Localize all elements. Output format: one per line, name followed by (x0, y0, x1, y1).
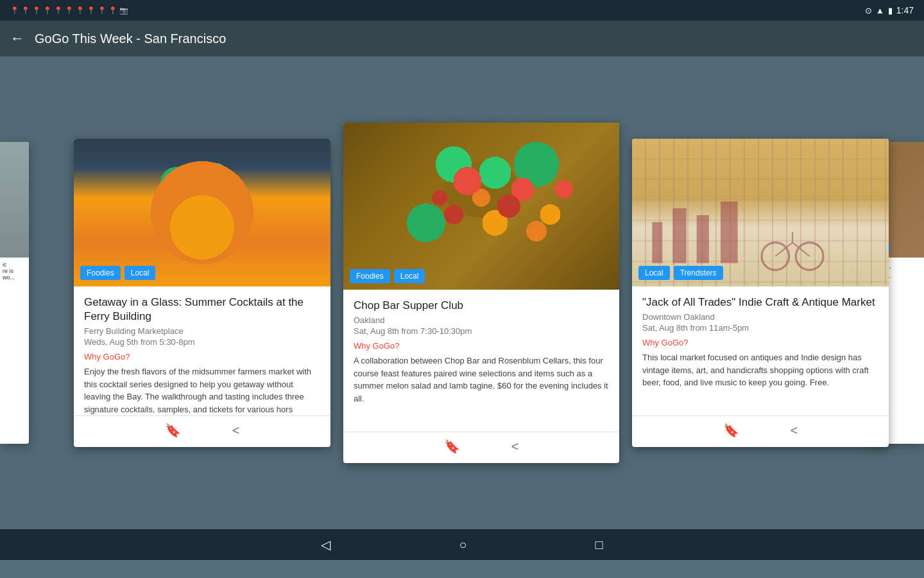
left-card-date: Weds, Aug 5th from 5:30-8pm (84, 337, 320, 347)
left-card-tags: Foodies Local (80, 266, 155, 280)
recent-nav-button[interactable]: □ (595, 538, 603, 552)
map-pin-icon: 📍 (10, 6, 19, 15)
left-card-actions: 🔖 < (74, 416, 330, 447)
map-pin-icon: 📍 (87, 6, 96, 15)
right-card-actions: 🔖 < (632, 416, 889, 447)
local-tag[interactable]: Local (124, 266, 156, 280)
time-display: 1:47 (896, 5, 914, 15)
map-pin-icon: 📍 (65, 6, 74, 15)
app-bar: ← GoGo This Week - San Francisco (0, 21, 924, 57)
right-card-description: This local market focused on antiques an… (642, 351, 878, 389)
center-local-tag[interactable]: Local (394, 269, 425, 283)
right-local-tag[interactable]: Local (638, 266, 670, 280)
battery-icon: ▮ (888, 6, 893, 15)
foodies-tag[interactable]: Foodies (80, 266, 121, 280)
center-foodies-tag[interactable]: Foodies (350, 269, 390, 283)
center-bookmark-icon[interactable]: 🔖 (444, 439, 460, 454)
status-icons: ⊙ ▲ ▮ 1:47 (865, 5, 914, 15)
right-share-icon[interactable]: < (791, 423, 798, 438)
svg-rect-3 (721, 202, 738, 263)
left-card[interactable]: Foodies Local Getaway in a Glass: Summer… (74, 139, 330, 447)
right-card-body: "Jack of All Trades" Indie Craft & Antiq… (632, 286, 889, 416)
center-share-icon[interactable]: < (511, 439, 519, 454)
svg-rect-2 (697, 215, 709, 263)
map-pin-icon: 📍 (76, 6, 85, 15)
main-content: ic re is wo... Foodies Local Getaway in … (0, 57, 924, 529)
right-card-title: "Jack of All Trades" Indie Craft & Antiq… (642, 295, 878, 310)
app-bar-title: GoGo This Week - San Francisco (35, 31, 226, 46)
center-card-body: Chop Bar Supper Club Oakland Sat, Aug 8t… (343, 290, 619, 432)
cocktail-image (74, 139, 330, 286)
center-card-image: Foodies Local (343, 123, 619, 290)
map-pin-icon: 📍 (108, 6, 117, 15)
far-left-image (0, 142, 29, 258)
left-card-description: Enjoy the fresh flavors of the midsummer… (84, 365, 320, 416)
svg-rect-0 (652, 222, 662, 263)
svg-point-4 (762, 243, 789, 270)
back-nav-button[interactable]: ◁ (321, 537, 330, 552)
bottom-nav: ◁ ○ □ (0, 529, 924, 560)
map-pin-icon: 📍 (43, 6, 52, 15)
center-card-venue: Oakland (354, 315, 609, 325)
far-left-body: ic re is wo... (0, 258, 29, 285)
left-card-why-gogo[interactable]: Why GoGo? (84, 352, 320, 362)
left-share-icon[interactable]: < (232, 423, 240, 438)
center-card-why-gogo[interactable]: Why GoGo? (354, 341, 609, 351)
center-card-tags: Foodies Local (350, 269, 425, 283)
right-bookmark-icon[interactable]: 🔖 (723, 423, 739, 438)
far-left-text3: wo... (3, 274, 26, 281)
salad-image (343, 123, 619, 290)
left-card-title: Getaway in a Glass: Summer Cocktails at … (84, 295, 320, 324)
home-nav-button[interactable]: ○ (459, 538, 466, 552)
left-bookmark-icon[interactable]: 🔖 (165, 423, 181, 438)
location-icon: ⊙ (865, 6, 872, 15)
left-card-image: Foodies Local (74, 139, 330, 286)
svg-point-5 (796, 243, 823, 270)
left-card-body: Getaway in a Glass: Summer Cocktails at … (74, 286, 330, 416)
wifi-icon: ▲ (876, 6, 884, 15)
right-card-tags: Local Trendsters (638, 266, 723, 280)
camera-icon: 📷 (119, 6, 128, 15)
map-pin-icon: 📍 (54, 6, 63, 15)
right-card-date: Sat, Aug 8th from 11am-5pm (642, 323, 878, 333)
far-left-text2: re is (3, 268, 26, 274)
map-pin-icon: 📍 (21, 6, 30, 15)
notification-bar: 📍 📍 📍 📍 📍 📍 📍 📍 📍 📍 📷 (10, 6, 860, 15)
center-card-date: Sat, Aug 8th from 7:30-10:30pm (354, 326, 609, 336)
right-trendsters-tag[interactable]: Trendsters (674, 266, 723, 280)
right-card-why-gogo[interactable]: Why GoGo? (642, 338, 878, 347)
status-bar: 📍 📍 📍 📍 📍 📍 📍 📍 📍 📍 📷 ⊙ ▲ ▮ 1:47 (0, 0, 924, 21)
center-card[interactable]: Foodies Local Chop Bar Supper Club Oakla… (343, 123, 619, 463)
right-card-venue: Downtown Oakland (642, 312, 878, 322)
right-card-image: Local Trendsters (632, 139, 889, 286)
map-pin-icon: 📍 (32, 6, 41, 15)
center-card-description: A collaboration between Chop Bar and Ros… (354, 355, 609, 405)
left-card-venue: Ferry Building Marketplace (84, 326, 320, 336)
far-left-card[interactable]: ic re is wo... (0, 142, 29, 444)
center-card-actions: 🔖 < (343, 432, 619, 463)
back-button[interactable]: ← (10, 30, 24, 47)
map-pin-icon: 📍 (98, 6, 107, 15)
right-card[interactable]: Local Trendsters "Jack of All Trades" In… (632, 139, 889, 447)
svg-rect-1 (672, 208, 686, 263)
center-card-title: Chop Bar Supper Club (354, 299, 609, 313)
far-left-text1: ic (3, 261, 26, 268)
